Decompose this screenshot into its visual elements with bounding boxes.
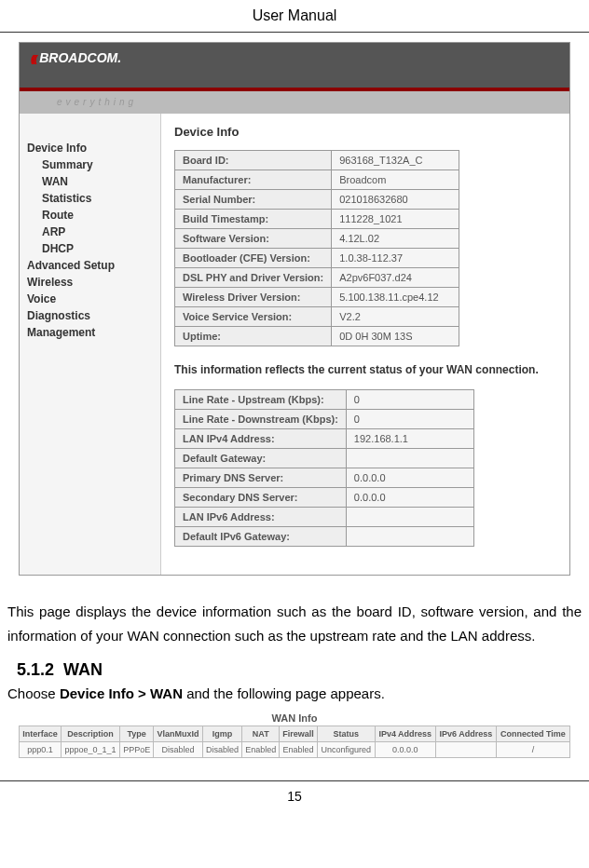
label: LAN IPv4 Address:: [175, 429, 347, 449]
table-row: LAN IPv6 Address:: [175, 508, 474, 527]
nav-wireless[interactable]: Wireless: [27, 274, 153, 291]
page-number: 15: [0, 780, 589, 811]
value: 192.168.1.1: [346, 429, 473, 449]
content: (((( BROADCOM. everything Device Info Su…: [0, 42, 589, 758]
nav-diagnostics[interactable]: Diagnostics: [27, 307, 153, 324]
label: Bootloader (CFE) Version:: [175, 249, 332, 268]
label: Line Rate - Upstream (Kbps):: [175, 390, 347, 410]
nav-voice[interactable]: Voice: [27, 291, 153, 307]
label: Serial Number:: [175, 190, 332, 210]
cell: [435, 742, 496, 758]
device-info-table: Board ID:963168_T132A_C Manufacturer:Bro…: [174, 150, 459, 346]
header-cell: IPv4 Address: [375, 726, 435, 742]
value: Broadcom: [332, 170, 459, 190]
value: 1.0.38-112.37: [332, 249, 459, 268]
label: Line Rate - Downstream (Kbps):: [175, 410, 347, 429]
cell: Enabled: [242, 742, 280, 758]
label: Voice Service Version:: [175, 307, 332, 327]
page-title: User Manual: [0, 0, 589, 33]
cell: Disabled: [202, 742, 241, 758]
label: DSL PHY and Driver Version:: [175, 268, 332, 288]
nav-management[interactable]: Management: [27, 324, 153, 341]
header-cell: Firewall: [280, 726, 318, 742]
label: Manufacturer:: [175, 170, 332, 190]
value: 0: [346, 410, 473, 429]
nav-dhcp[interactable]: DHCP: [27, 240, 153, 257]
table-row: Build Timestamp:111228_1021: [175, 210, 459, 229]
table-row: Line Rate - Upstream (Kbps):0: [175, 390, 474, 410]
nav-wan[interactable]: WAN: [27, 173, 153, 190]
table-row: Bootloader (CFE) Version:1.0.38-112.37: [175, 249, 459, 268]
table-row: Voice Service Version:V2.2: [175, 307, 459, 327]
cell: Enabled: [280, 742, 318, 758]
value: [346, 449, 473, 468]
device-info-title: Device Info: [174, 125, 556, 139]
nav-summary[interactable]: Summary: [27, 156, 153, 173]
label: Uptime:: [175, 327, 332, 346]
section-heading: 5.1.2WAN: [7, 653, 582, 684]
wan-info-title: WAN Info: [19, 711, 570, 726]
nav-device-info[interactable]: Device Info: [27, 140, 153, 156]
table-header-row: Interface Description Type VlanMuxId Igm…: [20, 726, 570, 742]
wan-status-text: This information reflects the current st…: [174, 363, 556, 376]
nav-route[interactable]: Route: [27, 207, 153, 224]
label: Software Version:: [175, 229, 332, 249]
cell: /: [496, 742, 569, 758]
wan-info-table: Interface Description Type VlanMuxId Igm…: [19, 726, 570, 758]
choose-instruction: Choose Device Info > WAN and the followi…: [7, 684, 582, 707]
cell: 0.0.0.0: [375, 742, 435, 758]
header-cell: Interface: [20, 726, 62, 742]
label: Board ID:: [175, 151, 332, 170]
table-row: Manufacturer:Broadcom: [175, 170, 459, 190]
label: Default IPv6 Gateway:: [175, 527, 347, 547]
section-title: WAN: [63, 660, 103, 679]
broadcom-logo: (((( BROADCOM.: [31, 50, 121, 65]
value: 963168_T132A_C: [332, 151, 459, 170]
cell: Disabled: [154, 742, 203, 758]
cell: PPPoE: [120, 742, 154, 758]
table-row: Board ID:963168_T132A_C: [175, 151, 459, 170]
header-cell: NAT: [242, 726, 280, 742]
value: 0: [346, 390, 473, 410]
router-screenshot: (((( BROADCOM. everything Device Info Su…: [19, 42, 570, 576]
value: V2.2: [332, 307, 459, 327]
value: 0D 0H 30M 13S: [332, 327, 459, 346]
cell: ppp0.1: [20, 742, 62, 758]
label: Default Gateway:: [175, 449, 347, 468]
cell: pppoe_0_1_1: [61, 742, 119, 758]
cell: Unconfigured: [317, 742, 375, 758]
header-cell: Connected Time: [496, 726, 569, 742]
table-row: Uptime:0D 0H 30M 13S: [175, 327, 459, 346]
table-row: Default Gateway:: [175, 449, 474, 468]
value: [346, 527, 473, 547]
table-row: ppp0.1 pppoe_0_1_1 PPPoE Disabled Disabl…: [20, 742, 570, 758]
section-number: 5.1.2: [17, 660, 54, 679]
value: 021018632680: [332, 190, 459, 210]
table-row: DSL PHY and Driver Version:A2pv6F037.d24: [175, 268, 459, 288]
router-header: (((( BROADCOM. everything: [20, 43, 569, 114]
table-row: Primary DNS Server:0.0.0.0: [175, 468, 474, 488]
table-row: Default IPv6 Gateway:: [175, 527, 474, 547]
nav-statistics[interactable]: Statistics: [27, 190, 153, 207]
table-row: Line Rate - Downstream (Kbps):0: [175, 410, 474, 429]
header-cell: Description: [61, 726, 119, 742]
value: 111228_1021: [332, 210, 459, 229]
sidebar-nav: Device Info Summary WAN Statistics Route…: [20, 114, 161, 575]
wan-info-screenshot: WAN Info Interface Description Type Vlan…: [19, 711, 570, 758]
tagline: everything: [20, 91, 569, 114]
value: 0.0.0.0: [346, 468, 473, 488]
header-cell: VlanMuxId: [154, 726, 203, 742]
value: A2pv6F037.d24: [332, 268, 459, 288]
label: LAN IPv6 Address:: [175, 508, 347, 527]
value: 4.12L.02: [332, 229, 459, 249]
nav-arp[interactable]: ARP: [27, 224, 153, 240]
table-row: Wireless Driver Version:5.100.138.11.cpe…: [175, 288, 459, 307]
header-cell: Igmp: [202, 726, 241, 742]
table-row: Secondary DNS Server:0.0.0.0: [175, 488, 474, 508]
nav-advanced-setup[interactable]: Advanced Setup: [27, 257, 153, 274]
label: Build Timestamp:: [175, 210, 332, 229]
header-cell: Status: [317, 726, 375, 742]
wan-status-table: Line Rate - Upstream (Kbps):0 Line Rate …: [174, 389, 474, 547]
table-row: Software Version:4.12L.02: [175, 229, 459, 249]
value: 5.100.138.11.cpe4.12: [332, 288, 459, 307]
